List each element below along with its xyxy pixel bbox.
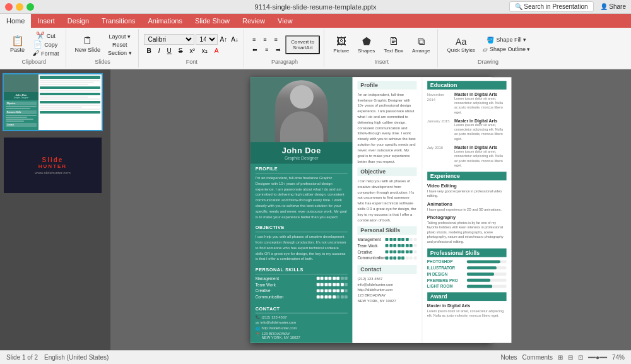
right-column: Profile I'm an independent, full-time fr…	[352, 77, 511, 343]
font-increase-button[interactable]: A↑	[219, 35, 229, 44]
search-box[interactable]: 🔍 Search in Presentation	[509, 1, 594, 12]
shape-fill-button[interactable]: 🪣 Shape Fill ▾	[480, 36, 533, 44]
new-slide-button[interactable]: 🗒 New Slide	[71, 33, 105, 56]
pro-skill-indesign: IN DESIGN	[427, 271, 505, 276]
slide-thumb-2[interactable]: Slide HUNTER www.slidehunter.com	[4, 138, 102, 193]
list-button-1[interactable]: ≡	[249, 35, 259, 44]
tab-review[interactable]: Review	[236, 14, 271, 28]
pro-skills-header: Professional Skills	[427, 248, 505, 257]
fontcolor-button[interactable]: A	[211, 46, 222, 56]
slide-panel[interactable]: 1 John Doe Graphic Designer Objective	[0, 69, 110, 350]
illustrator-label: ILLUSTRATOR	[427, 265, 464, 269]
dot	[344, 289, 347, 292]
ps-communication-label: Communication	[357, 255, 385, 260]
dot	[385, 256, 388, 259]
zoom-slider[interactable]: ━━●━━	[588, 354, 607, 361]
align-left-button[interactable]: ⬅	[249, 45, 261, 54]
italic-button[interactable]: I	[155, 46, 163, 56]
edu-date-1: November 2014	[427, 91, 451, 115]
bold-button[interactable]: B	[144, 46, 155, 56]
reset-button[interactable]: Reset	[105, 41, 134, 49]
font-family-select[interactable]: Calibri	[144, 34, 194, 45]
layout-button[interactable]: Layout ▾	[105, 33, 134, 40]
tab-slideshow[interactable]: Slide Show	[189, 14, 236, 28]
dot	[320, 283, 323, 286]
dot	[409, 244, 412, 247]
font-size-select[interactable]: 14.9	[196, 34, 218, 45]
dot	[389, 256, 392, 259]
left-column: John Doe Graphic Designer Profile I'm an…	[250, 77, 352, 343]
slide-info: Slide 1 of 2	[6, 354, 38, 361]
paragraph-group: ≡ ≡ ≡ ⬅ ≡ ➡ Convert toSmartArt Paragraph	[245, 29, 324, 68]
dot	[324, 283, 327, 286]
dot	[340, 295, 343, 298]
textbox-button[interactable]: 🖹 Text Box	[380, 33, 407, 56]
web-icon: 🌐	[255, 326, 259, 331]
minimize-button[interactable]	[16, 3, 23, 11]
tab-view[interactable]: View	[271, 14, 299, 28]
tab-insert[interactable]: Insert	[31, 14, 61, 28]
arrange-button[interactable]: ⧉ Arrange	[408, 33, 433, 56]
window-controls[interactable]	[5, 3, 34, 11]
list-button-3[interactable]: ≡	[271, 35, 280, 44]
view-normal-button[interactable]: ⊞	[558, 354, 563, 361]
textbox-icon: 🖹	[389, 36, 399, 47]
title-right-controls: 🔍 Search in Presentation 👤 Share	[509, 1, 626, 12]
skill-teamwork-dots	[316, 283, 347, 286]
superscript-button[interactable]: x²	[187, 46, 198, 56]
align-right-button[interactable]: ➡	[273, 45, 284, 54]
list-button-2[interactable]: ≡	[260, 35, 269, 44]
dot	[320, 295, 323, 298]
tab-home[interactable]: Home	[0, 14, 31, 28]
insert-buttons: 🖼 Picture ⬟ Shapes 🖹 Text Box ⧉ Arrange	[329, 30, 433, 59]
ps-communication-row: Communication	[357, 255, 416, 260]
window-title: 9114-single-slide-resume-template.pptx	[254, 3, 376, 11]
status-bar: Slide 1 of 2 English (United States) Not…	[0, 350, 631, 364]
quick-styles-button[interactable]: Aa Quick Styles	[443, 34, 478, 56]
paste-button[interactable]: 📋 Paste	[6, 33, 28, 56]
underline-button[interactable]: U	[164, 46, 175, 56]
share-button[interactable]: 👤 Share	[600, 3, 626, 10]
dot	[409, 250, 412, 253]
align-center-button[interactable]: ≡	[262, 45, 271, 54]
contact-address: 📍 123 BROADWAY NEW YORK, NY 10027	[255, 332, 347, 339]
font-decrease-button[interactable]: A↓	[230, 35, 240, 44]
section-button[interactable]: Section ▾	[105, 49, 134, 57]
indesign-label: IN DESIGN	[427, 271, 464, 276]
maximize-button[interactable]	[27, 3, 34, 11]
ps-creative-row: Creative	[357, 249, 416, 254]
close-button[interactable]	[5, 3, 13, 11]
shapes-button[interactable]: ⬟ Shapes	[354, 33, 379, 56]
picture-button[interactable]: 🖼 Picture	[329, 33, 353, 56]
language-info: English (United States)	[44, 354, 109, 361]
tab-animations[interactable]: Animations	[142, 14, 189, 28]
quick-styles-icon: Aa	[456, 37, 466, 47]
subscript-button[interactable]: x₂	[199, 46, 211, 56]
notes-button[interactable]: Notes	[500, 354, 517, 361]
profile-body: I'm an independent, full-time freelance …	[357, 91, 416, 164]
drawing-group: Aa Quick Styles 🪣 Shape Fill ▾ ▱ Shape O…	[439, 29, 536, 68]
dot	[385, 244, 388, 247]
view-grid-button[interactable]: ⊟	[568, 354, 573, 361]
font-buttons: Calibri 14.9 A↑ A↓ B I U S x² x₂ A	[144, 30, 240, 59]
exp-entry-3: Photography Taking professional photos i…	[427, 214, 505, 244]
photo-area	[250, 77, 352, 142]
dot	[340, 283, 343, 286]
tab-transitions[interactable]: Transitions	[95, 14, 141, 28]
convert-smartart-button[interactable]: Convert toSmartArt	[285, 35, 320, 54]
cut-button[interactable]: ✂️ Cut	[30, 32, 62, 40]
dot	[344, 295, 347, 298]
strikethrough-button[interactable]: S	[175, 46, 186, 56]
ps-management-row: Management	[357, 237, 416, 242]
slide-thumb-1[interactable]: John Doe Graphic Designer Objective Reso…	[4, 74, 102, 130]
contact-body: (212) 123 4567 info@slidehunter.com http…	[357, 276, 416, 303]
format-button[interactable]: 🖌 Format	[30, 49, 62, 57]
dot	[320, 289, 323, 292]
tab-design[interactable]: Design	[61, 14, 95, 28]
ps-management-dots	[385, 238, 416, 241]
view-reading-button[interactable]: ⊡	[578, 354, 583, 361]
copy-button[interactable]: 📄 Copy	[30, 40, 62, 49]
comments-button[interactable]: Comments	[522, 354, 553, 361]
font-group: Calibri 14.9 A↑ A↓ B I U S x² x₂ A	[140, 29, 244, 68]
shape-outline-button[interactable]: ▱ Shape Outline ▾	[480, 45, 533, 54]
